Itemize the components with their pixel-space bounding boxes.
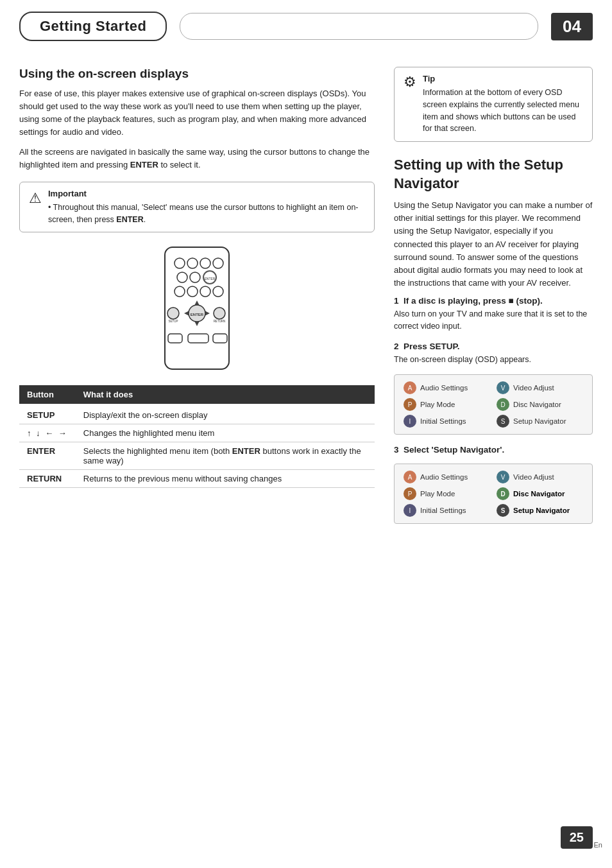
svg-rect-25	[213, 334, 227, 343]
step2: 2 Press SETUP. The on-screen display (OS…	[394, 342, 593, 366]
notice-body: • Throughout this manual, 'Select' means…	[48, 202, 365, 226]
osd-item-label: Audio Settings	[420, 384, 468, 392]
osd-item: AAudio Settings	[404, 471, 490, 483]
table-header-action: What it does	[76, 385, 375, 404]
osd-item-label: Audio Settings	[420, 473, 468, 481]
osd-item-icon: I	[404, 415, 416, 428]
button-name: SETUP	[19, 404, 76, 424]
svg-point-5	[177, 272, 187, 282]
svg-point-11	[200, 286, 210, 297]
osd-item: VVideo Adjust	[497, 471, 583, 483]
left-column: Using the on-screen displays For ease of…	[19, 67, 375, 534]
svg-rect-23	[168, 334, 182, 343]
svg-point-3	[200, 258, 210, 268]
button-description: Display/exit the on-screen display	[76, 404, 375, 424]
osd-item-label: Disc Navigator	[513, 401, 561, 408]
section1-body1: For ease of use, this player makes exten…	[19, 87, 375, 139]
osd-item-icon: P	[404, 487, 416, 500]
osd-item: DDisc Navigator	[497, 487, 583, 500]
svg-text:ENTER: ENTER	[191, 313, 204, 317]
table-header-button: Button	[19, 385, 76, 404]
tip-title: Tip	[423, 74, 583, 83]
step3: 3 Select 'Setup Navigator'.	[394, 445, 593, 455]
section2-title: Setting up with the Setup Navigator	[394, 156, 593, 193]
osd-item: VVideo Adjust	[497, 381, 583, 394]
button-name: ↑ ↓ ← →	[19, 424, 76, 442]
step1-heading: 1 If a disc is playing, press ■ (stop).	[394, 296, 593, 306]
osd-item: AAudio Settings	[404, 381, 490, 394]
osd-item: SSetup Navigator	[497, 504, 583, 517]
svg-rect-24	[188, 334, 208, 343]
osd-item: IInitial Settings	[404, 504, 490, 517]
button-name: RETURN	[19, 470, 76, 488]
notice-content: Important • Throughout this manual, 'Sel…	[48, 189, 365, 226]
osd-grid-1: AAudio SettingsVVideo AdjustPPlay ModeDD…	[404, 381, 583, 428]
osd-item: DDisc Navigator	[497, 398, 583, 411]
osd-grid-2: AAudio SettingsVVideo AdjustPPlay ModeDD…	[404, 471, 583, 517]
osd-item: PPlay Mode	[404, 398, 490, 411]
chapter-subtitle	[180, 13, 538, 40]
step1: 1 If a disc is playing, press ■ (stop). …	[394, 296, 593, 333]
svg-point-4	[213, 258, 223, 268]
osd-item: IInitial Settings	[404, 415, 490, 428]
osd-item-label: Play Mode	[420, 401, 455, 408]
osd-item-label: Setup Navigator	[513, 417, 566, 425]
svg-point-2	[187, 258, 198, 268]
chapter-number: 04	[551, 13, 593, 40]
svg-point-12	[213, 286, 223, 297]
osd-item-label: Initial Settings	[420, 417, 466, 425]
page-number: 25	[561, 826, 593, 849]
step3-number: 3	[394, 445, 404, 455]
osd-item-icon: D	[497, 487, 509, 500]
notice-title: Important	[48, 189, 365, 198]
osd-item-icon: A	[404, 471, 416, 483]
svg-point-20	[214, 308, 225, 319]
remote-illustration: ENTER ENTER	[19, 244, 375, 372]
svg-text:RETURN: RETURN	[214, 320, 226, 323]
osd-screenshot-2: AAudio SettingsVVideo AdjustPPlay ModeDD…	[394, 464, 593, 524]
step2-number: 2	[394, 342, 404, 351]
section1-title: Using the on-screen displays	[19, 67, 375, 81]
osd-item-label: Setup Navigator	[513, 507, 570, 514]
osd-screenshot-1: AAudio SettingsVVideo AdjustPPlay ModeDD…	[394, 374, 593, 435]
osd-item-icon: A	[404, 381, 416, 394]
svg-point-9	[174, 286, 185, 297]
osd-item-icon: S	[497, 504, 509, 517]
tip-icon: ⚙	[404, 74, 416, 91]
button-name: ENTER	[19, 442, 76, 470]
osd-item-label: Play Mode	[420, 490, 455, 498]
osd-item-icon: V	[497, 471, 509, 483]
step1-body: Also turn on your TV and make sure that …	[394, 308, 593, 333]
step1-number: 1	[394, 296, 404, 306]
osd-item: PPlay Mode	[404, 487, 490, 500]
tip-box: ⚙ Tip Information at the bottom of every…	[394, 67, 593, 142]
osd-item-icon: D	[497, 398, 509, 411]
chapter-title: Getting Started	[19, 12, 167, 41]
svg-text:SETUP: SETUP	[168, 320, 178, 323]
main-content: Using the on-screen displays For ease of…	[0, 48, 612, 553]
section2-body: Using the Setup Navigator you can make a…	[394, 199, 593, 290]
step3-heading: 3 Select 'Setup Navigator'.	[394, 445, 593, 455]
button-table: Button What it does SETUPDisplay/exit th…	[19, 385, 375, 488]
svg-text:ENTER: ENTER	[205, 277, 216, 281]
step2-heading: 2 Press SETUP.	[394, 342, 593, 351]
button-description: Changes the highlighted menu item	[76, 424, 375, 442]
table-row: SETUPDisplay/exit the on-screen display	[19, 404, 375, 424]
svg-point-6	[190, 272, 200, 282]
svg-point-13	[167, 308, 179, 319]
step2-body: The on-screen display (OSD) appears.	[394, 354, 593, 366]
button-description: Returns to the previous menu without sav…	[76, 470, 375, 488]
osd-item-label: Video Adjust	[513, 473, 554, 481]
right-column: ⚙ Tip Information at the bottom of every…	[394, 67, 593, 534]
osd-item-label: Video Adjust	[513, 384, 554, 392]
osd-item: SSetup Navigator	[497, 415, 583, 428]
osd-item-icon: S	[497, 415, 509, 428]
important-notice: ⚠ Important • Throughout this manual, 'S…	[19, 182, 375, 233]
table-row: RETURNReturns to the previous menu witho…	[19, 470, 375, 488]
tip-content: Tip Information at the bottom of every O…	[423, 74, 583, 135]
svg-point-1	[174, 258, 185, 268]
important-icon: ⚠	[29, 190, 42, 207]
tip-body: Information at the bottom of every OSD s…	[423, 87, 583, 135]
osd-item-icon: P	[404, 398, 416, 411]
section1-body2: All the screens are navigated in basical…	[19, 146, 375, 171]
